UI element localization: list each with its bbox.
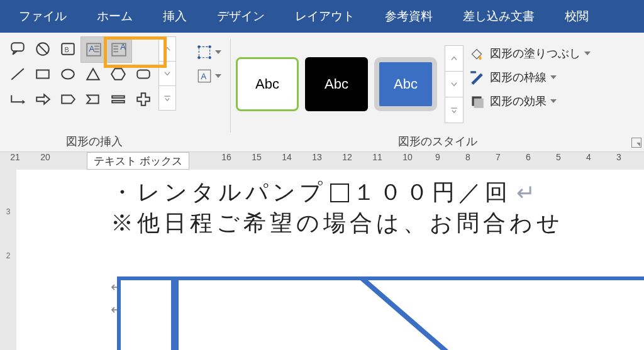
- ruler-tick: 2: [0, 251, 16, 260]
- shape-ellipse-icon[interactable]: [55, 62, 80, 87]
- shape-effects-label: 図形の効果: [490, 94, 547, 109]
- shape-rect-icon[interactable]: [30, 62, 55, 87]
- shape-hexagon-icon[interactable]: [106, 62, 131, 87]
- dropdown-icon: [584, 52, 591, 55]
- menu-design[interactable]: デザイン: [202, 0, 280, 33]
- shape-fill-button[interactable]: 図形の塗りつぶし: [469, 45, 591, 62]
- ruler-tick: 8: [453, 152, 483, 170]
- shape-outline-label: 図形の枠線: [490, 70, 547, 85]
- vertical-ruler: 3 2: [0, 170, 16, 350]
- paragraph-mark-icon: ↵: [516, 180, 539, 206]
- dialog-launcher-icon[interactable]: [631, 138, 641, 148]
- svg-rect-29: [199, 46, 209, 57]
- document-canvas[interactable]: ・レンタルパンプ １００円／回 ↵ ※他日程ご希望の場合は、お問合わせ ↵ ↵: [16, 170, 644, 350]
- scroll-up-icon[interactable]: [158, 36, 176, 62]
- menu-home[interactable]: ホーム: [82, 0, 148, 33]
- tooltip-text-box: テキスト ボックス: [87, 152, 189, 170]
- shape-callout-icon[interactable]: [5, 36, 30, 62]
- dropdown-icon: [215, 74, 221, 78]
- scroll-up-icon[interactable]: [445, 45, 464, 72]
- group-label-styles: 図形のスタイル: [231, 134, 644, 149]
- scroll-down-icon[interactable]: [445, 71, 464, 97]
- shape-outline-button[interactable]: 図形の枠線: [469, 69, 591, 85]
- svg-point-30: [197, 45, 200, 48]
- shape-no-icon[interactable]: [30, 36, 55, 62]
- dropdown-icon: [550, 75, 557, 79]
- selected-shape[interactable]: [117, 276, 644, 350]
- shape-arrow-right-icon[interactable]: [30, 87, 55, 112]
- shapes-scrollbar[interactable]: [158, 36, 176, 112]
- svg-point-33: [209, 57, 211, 59]
- shape-bracket-icon[interactable]: B: [55, 36, 80, 62]
- styles-gallery[interactable]: Abc Abc Abc: [236, 36, 464, 123]
- checkbox-glyph: [330, 183, 349, 202]
- menu-layout[interactable]: レイアウト: [280, 0, 370, 33]
- text-box-horizontal-icon[interactable]: A: [80, 36, 107, 63]
- svg-rect-37: [470, 71, 476, 73]
- svg-line-15: [11, 68, 24, 79]
- shape-triangle-icon[interactable]: [80, 62, 106, 87]
- svg-rect-39: [474, 99, 484, 108]
- paragraph-2[interactable]: ※他日程ご希望の場合は、お問合わせ: [111, 208, 644, 239]
- draw-text-box-button[interactable]: A: [196, 67, 228, 85]
- shape-roundrect-icon[interactable]: [131, 62, 156, 87]
- ruler-tick: 5: [543, 152, 574, 170]
- ribbon: B A A: [0, 33, 644, 152]
- shapes-gallery[interactable]: B A A: [5, 36, 156, 112]
- menu-references[interactable]: 参考資料: [370, 0, 448, 33]
- shape-equal-icon[interactable]: [106, 87, 131, 112]
- menu-insert[interactable]: 挿入: [148, 0, 202, 33]
- style-preset-2[interactable]: Abc: [305, 57, 368, 111]
- ruler-tick: 3: [604, 152, 634, 170]
- menu-review[interactable]: 校閲: [550, 0, 604, 33]
- ruler-tick: 15: [242, 152, 272, 170]
- svg-point-31: [209, 45, 211, 48]
- gallery-more-icon[interactable]: [158, 85, 176, 111]
- svg-rect-0: [11, 43, 24, 51]
- style-preset-3[interactable]: Abc: [374, 57, 437, 111]
- styles-scrollbar[interactable]: [445, 45, 464, 123]
- shape-line-icon[interactable]: [5, 62, 30, 87]
- shape-flag-icon[interactable]: [80, 87, 106, 112]
- group-shape-styles: Abc Abc Abc 図形の塗りつぶし 図形の枠線: [231, 33, 644, 151]
- svg-rect-16: [36, 70, 49, 79]
- ruler-tick: 14: [272, 152, 302, 170]
- svg-marker-21: [23, 100, 25, 104]
- ruler-tick: 6: [513, 152, 543, 170]
- ruler-tick: 10: [392, 152, 423, 170]
- edit-shape-button[interactable]: [196, 43, 228, 62]
- ruler-tick: 13: [302, 152, 332, 170]
- svg-marker-19: [111, 68, 125, 79]
- text-run: １００円／回: [353, 177, 511, 208]
- shape-diagonal: [360, 276, 644, 350]
- shape-segment: [171, 276, 179, 350]
- shape-connector-icon[interactable]: [5, 87, 30, 112]
- shape-cross-icon[interactable]: [131, 87, 156, 112]
- svg-text:A: A: [201, 72, 207, 81]
- shape-empty: [131, 36, 156, 62]
- shape-fill-label: 図形の塗りつぶし: [490, 46, 580, 61]
- svg-marker-24: [87, 96, 98, 104]
- paragraph-1[interactable]: ・レンタルパンプ １００円／回 ↵: [111, 177, 644, 208]
- ruler-tick: 20: [30, 152, 60, 170]
- shape-effects-button[interactable]: 図形の効果: [469, 93, 591, 109]
- ruler-tick: [60, 152, 91, 170]
- svg-line-2: [38, 44, 47, 53]
- ruler-tick: 12: [332, 152, 362, 170]
- text-box-vertical-icon[interactable]: A: [106, 36, 132, 63]
- ruler-tick: 9: [423, 152, 453, 170]
- group-label-shapes: 図形の挿入: [0, 134, 189, 149]
- svg-point-17: [62, 69, 74, 79]
- dropdown-icon: [215, 50, 221, 54]
- shape-pentagon-icon[interactable]: [55, 87, 80, 112]
- style-preset-1[interactable]: Abc: [236, 57, 299, 111]
- group-edit-shape: A: [189, 33, 230, 151]
- svg-point-32: [197, 57, 200, 59]
- menu-file[interactable]: ファイル: [4, 0, 82, 33]
- scroll-down-icon[interactable]: [158, 61, 176, 86]
- text-run: ※他日程ご希望の場合は、お問合わせ: [111, 208, 564, 239]
- svg-rect-25: [112, 96, 125, 98]
- menu-mailings[interactable]: 差し込み文書: [448, 0, 550, 33]
- gallery-more-icon[interactable]: [445, 97, 464, 123]
- horizontal-ruler: 21 20 16 15 14 13 12 11 10 9 8 7 6 5 4 3…: [0, 152, 644, 170]
